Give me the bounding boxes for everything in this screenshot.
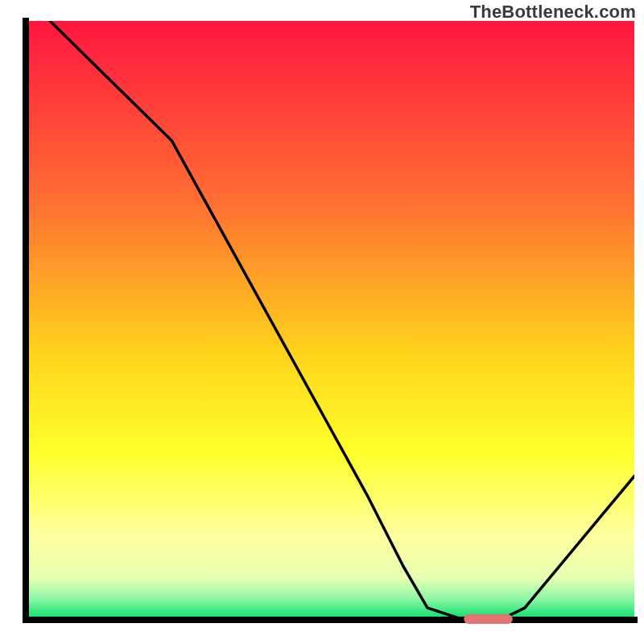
watermark-text: TheBottleneck.com [470, 2, 636, 23]
bottleneck-chart: TheBottleneck.com [0, 0, 644, 644]
optimal-marker [464, 614, 513, 624]
chart-svg [0, 0, 644, 644]
plot-background [26, 21, 634, 620]
